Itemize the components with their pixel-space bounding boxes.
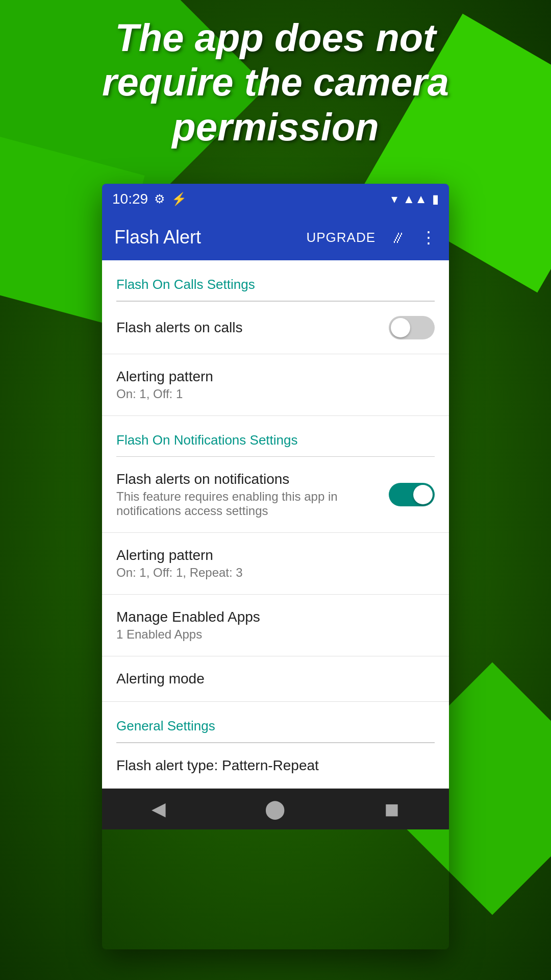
status-bar-right: ▾ ▲▲ ▮ [391,192,439,206]
flash-alerts-notifications-title: Flash alerts on notifications [116,471,389,487]
header-text-container: The app does not require the camera perm… [71,15,480,149]
flash-alerts-notifications-toggle[interactable] [389,483,435,506]
alerting-mode-title: Alerting mode [116,671,435,687]
manage-enabled-apps-item[interactable]: Manage Enabled Apps 1 Enabled Apps [102,595,449,656]
toggle-knob-on [413,485,433,504]
section-notifications-header: Flash On Notifications Settings [102,416,449,453]
flash-alerts-notifications-subtitle: This feature requires enabling this app … [116,489,389,518]
flash-alert-type-text: Flash alert type: Pattern-Repeat [116,757,435,774]
flash-alerts-calls-item[interactable]: Flash alerts on calls [102,302,449,354]
alerting-pattern-calls-text: Alerting pattern On: 1, Off: 1 [116,369,435,401]
alerting-pattern-calls-title: Alerting pattern [116,369,435,385]
section-general-header: General Settings [102,702,449,739]
more-options-icon[interactable]: ⋮ [420,228,437,247]
status-bar: 10:29 ⚙ ⚡ ▾ ▲▲ ▮ [102,184,449,214]
upgrade-button[interactable]: UPGRADE [306,230,375,246]
flash-alerts-calls-text: Flash alerts on calls [116,320,389,336]
recents-button[interactable]: ◼ [384,798,399,820]
alerting-pattern-calls-item[interactable]: Alerting pattern On: 1, Off: 1 [102,354,449,416]
wifi-icon: ▾ [391,192,397,206]
alerting-mode-item[interactable]: Alerting mode [102,656,449,702]
toggle-knob [391,318,410,337]
app-bar-actions: UPGRADE ⫽ ⋮ [306,228,437,247]
manage-enabled-apps-title: Manage Enabled Apps [116,609,435,625]
flash-alerts-calls-title: Flash alerts on calls [116,320,389,336]
section-notifications-title: Flash On Notifications Settings [116,432,298,448]
battery-icon: ▮ [432,192,439,206]
flash-alerts-calls-toggle[interactable] [389,316,435,339]
signal-icon: ▲▲ [403,192,427,206]
flash-alert-type-title: Flash alert type: Pattern-Repeat [116,757,435,774]
alerting-pattern-notifications-text: Alerting pattern On: 1, Off: 1, Repeat: … [116,547,435,580]
flash-alert-type-item[interactable]: Flash alert type: Pattern-Repeat [102,743,449,789]
section-calls-header: Flash On Calls Settings [102,260,449,298]
share-icon[interactable]: ⫽ [390,228,406,247]
manage-enabled-apps-subtitle: 1 Enabled Apps [116,627,435,642]
app-bar-title: Flash Alert [114,227,296,248]
alerting-pattern-notifications-item[interactable]: Alerting pattern On: 1, Off: 1, Repeat: … [102,533,449,595]
page-title: The app does not require the camera perm… [71,15,480,149]
flash-alerts-notifications-item[interactable]: Flash alerts on notifications This featu… [102,457,449,533]
status-time: 10:29 [112,191,148,207]
manage-enabled-apps-text: Manage Enabled Apps 1 Enabled Apps [116,609,435,642]
bottom-nav: ◀ ⬤ ◼ [102,789,449,829]
flash-icon: ⚡ [171,192,187,206]
home-button[interactable]: ⬤ [265,798,285,820]
alerting-pattern-notifications-title: Alerting pattern [116,547,435,564]
flash-alerts-notifications-text: Flash alerts on notifications This featu… [116,471,389,518]
app-bar: Flash Alert UPGRADE ⫽ ⋮ [102,214,449,260]
alerting-mode-text: Alerting mode [116,671,435,687]
alerting-pattern-calls-subtitle: On: 1, Off: 1 [116,387,435,401]
section-calls-title: Flash On Calls Settings [116,277,255,292]
status-bar-left: 10:29 ⚙ ⚡ [112,191,187,207]
phone-frame: 10:29 ⚙ ⚡ ▾ ▲▲ ▮ Flash Alert UPGRADE ⫽ ⋮… [102,184,449,949]
content-area: Flash On Calls Settings Flash alerts on … [102,260,449,789]
section-general-title: General Settings [116,718,215,733]
back-button[interactable]: ◀ [152,798,166,820]
alerting-pattern-notifications-subtitle: On: 1, Off: 1, Repeat: 3 [116,566,435,580]
settings-icon: ⚙ [154,192,165,206]
